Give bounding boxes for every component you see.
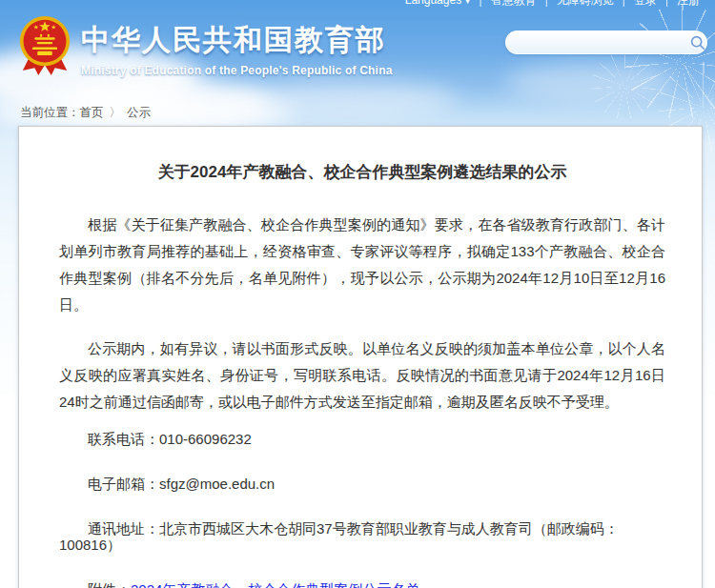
announcement-card: 关于2024年产教融合、校企合作典型案例遴选结果的公示 根据《关于征集产教融合、…: [18, 126, 703, 588]
topbar-separator: |: [545, 0, 548, 7]
topbar-separator: |: [623, 0, 625, 7]
moe-announcement-page: { "topbar": { "separator": "|", "items":…: [0, 0, 715, 588]
topbar-separator: |: [480, 0, 482, 7]
search-bar: [505, 30, 707, 54]
site-title-block: 中华人民共和国教育部 Ministry of Education of the …: [81, 12, 393, 77]
breadcrumb: 当前位置：首页〉公示: [20, 105, 151, 121]
breadcrumb-home-link[interactable]: 首页: [80, 106, 104, 119]
article-paragraph: 公示期内，如有异议，请以书面形式反映。以单位名义反映的须加盖本单位公章，以个人名…: [59, 335, 665, 416]
site-subtitle: Ministry of Education of the People's Re…: [81, 64, 393, 77]
dandelion-decoration: [591, 52, 658, 119]
search-input[interactable]: [506, 33, 689, 52]
top-utility-bar: Languages ▾ | 智慧教育 | 无障碍浏览 | 登录 | 注册: [405, 0, 700, 7]
breadcrumb-current-link[interactable]: 公示: [127, 106, 151, 119]
attachment-line: 附件：2024年产教融合、校企合作典型案例公示名单: [59, 581, 665, 588]
magnifier-icon: [689, 34, 706, 51]
search-button[interactable]: [689, 31, 706, 53]
topbar-separator: |: [665, 0, 668, 7]
login-link[interactable]: 登录: [634, 0, 657, 7]
site-title: 中华人民共和国教育部: [81, 21, 393, 60]
contact-phone: 联系电话：010-66096232: [59, 431, 665, 447]
attachment-label: 附件：: [88, 581, 131, 588]
china-national-emblem-icon: [17, 12, 72, 77]
accessibility-link[interactable]: 无障碍浏览: [557, 0, 614, 7]
attachment-link[interactable]: 2024年产教融合、校企合作典型案例公示名单: [131, 581, 419, 588]
breadcrumb-separator: 〉: [110, 106, 122, 119]
announcement-article: 关于2024年产教融合、校企合作典型案例遴选结果的公示 根据《关于征集产教融合、…: [19, 161, 702, 588]
breadcrumb-label: 当前位置：: [20, 106, 80, 119]
languages-menu[interactable]: Languages ▾: [405, 0, 471, 7]
contact-address: 通讯地址：北京市西城区大木仓胡同37号教育部职业教育与成人教育司（邮政编码：10…: [59, 520, 665, 553]
smart-education-link[interactable]: 智慧教育: [491, 0, 537, 7]
site-header-logo[interactable]: 中华人民共和国教育部 Ministry of Education of the …: [17, 12, 393, 77]
cloud-decoration: [238, 80, 458, 118]
article-title: 关于2024年产教融合、校企合作典型案例遴选结果的公示: [59, 161, 665, 183]
article-paragraph: 根据《关于征集产教融合、校企合作典型案例的通知》要求，在各省级教育行政部门、各计…: [59, 212, 665, 318]
register-link[interactable]: 注册: [677, 0, 700, 7]
contact-email: 电子邮箱：sfgz@moe.edu.cn: [59, 476, 665, 492]
